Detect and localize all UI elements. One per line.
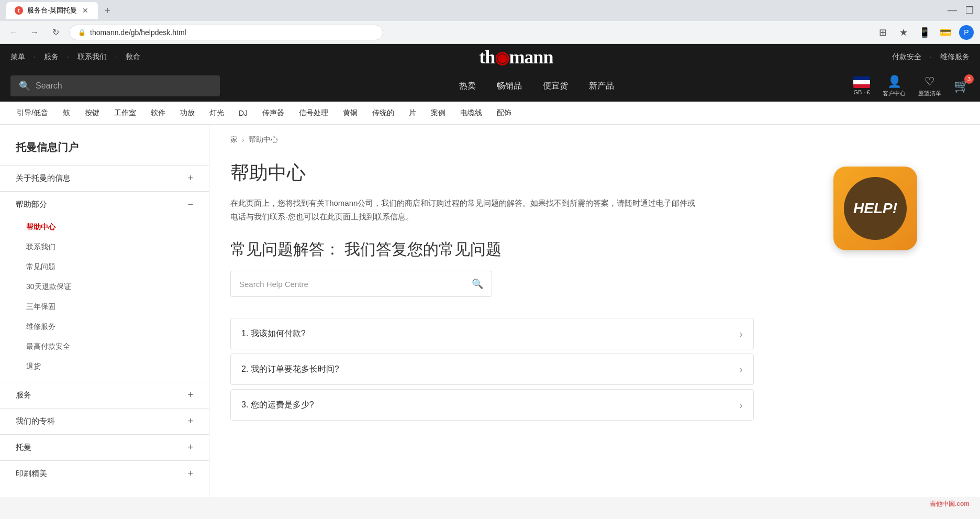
cat-microphones[interactable]: 传声器 [256, 102, 291, 124]
cat-brass[interactable]: 黄铜 [337, 102, 364, 124]
page-content-wrapper: 家 › 帮助中心 HELP! 帮助中心 在此页面上，您将找到有关Thomann公… [230, 135, 959, 421]
sidebar-item-contact[interactable]: 联系我们 [0, 237, 209, 257]
nav-menu[interactable]: 菜单 [10, 52, 25, 62]
back-button[interactable]: ← [6, 25, 21, 40]
nav-new-products[interactable]: 新产品 [589, 81, 614, 92]
sidebar-section-thomann-header[interactable]: 托曼 + [0, 435, 209, 460]
forward-button[interactable]: → [27, 25, 42, 40]
breadcrumb-current: 帮助中心 [249, 135, 278, 145]
faq-item-1[interactable]: 1. 我该如何付款? › [230, 318, 754, 349]
cat-studio[interactable]: 工作室 [108, 102, 142, 124]
cat-cables[interactable]: 电缆线 [454, 102, 488, 124]
language-selector[interactable]: GB · € [853, 76, 870, 95]
sidebar-section-print-header[interactable]: 印刷精美 + [0, 461, 209, 487]
nav-hot-sales[interactable]: 热卖 [459, 81, 476, 92]
sidebar-section-about-header[interactable]: 关于托曼的信息 + [0, 165, 209, 191]
plus-icon-print: + [187, 468, 193, 479]
nav-service[interactable]: 服务 [44, 52, 59, 62]
header-nav-links: 菜单 · 服务 · 联系我们 · 救命 [10, 52, 140, 62]
cat-lighting[interactable]: 灯光 [203, 102, 230, 124]
maximize-icon[interactable]: ❐ [965, 5, 974, 16]
faq-item-2[interactable]: 2. 我的订单要花多长时间? › [230, 354, 754, 385]
faq-text-3: 3. 您的运费是多少? [241, 400, 314, 411]
page-description: 在此页面上，您将找到有关Thomann公司，我们的商店和订购过程的常见问题的解答… [230, 196, 701, 223]
sidebar-item-3year[interactable]: 三年保固 [0, 297, 209, 317]
breadcrumb-home[interactable]: 家 [230, 135, 238, 145]
faq-question-1: 我该如何付款? [251, 329, 306, 338]
tab-close-button[interactable]: ✕ [81, 6, 90, 15]
sidebar-section-help-header[interactable]: 帮助部分 − [0, 192, 209, 217]
faq-question-3: 您的运费是多少? [251, 400, 314, 409]
wishlist-button[interactable]: ♡ 愿望清单 [918, 75, 941, 97]
cat-bass[interactable]: 引导/低音 [10, 102, 54, 124]
sidebar-item-faq[interactable]: 常见问题 [0, 257, 209, 277]
active-tab[interactable]: t 服务台-英国托曼 ✕ [6, 2, 98, 19]
sidebar-item-returns[interactable]: 退货 [0, 357, 209, 377]
cart-button[interactable]: 🛒 3 [954, 79, 970, 93]
nav-cheap[interactable]: 便宜货 [543, 81, 568, 92]
search-icon: 🔍 [19, 80, 30, 92]
faq-arrow-2: › [739, 363, 743, 376]
breadcrumb: 家 › 帮助中心 [230, 135, 959, 145]
cat-software[interactable]: 软件 [144, 102, 172, 124]
sidebar-section-about-label: 关于托曼的信息 [16, 173, 71, 183]
main-search-box[interactable]: 🔍 [10, 75, 220, 96]
help-search-input[interactable] [239, 280, 472, 289]
lock-icon: 🔒 [78, 29, 86, 36]
sidebar-section-print-label: 印刷精美 [16, 469, 47, 479]
cat-drums[interactable]: 鼓 [57, 102, 76, 124]
sidebar-section-thomann: 托曼 + [0, 434, 209, 460]
new-tab-button[interactable]: + [100, 5, 115, 17]
heart-icon: ♡ [925, 75, 935, 89]
cat-traditional[interactable]: 传统的 [366, 102, 400, 124]
sidebar-section-help: 帮助部分 − 帮助中心 联系我们 常见问题 30天退款保证 三年保固 维修服务 … [0, 191, 209, 382]
tab-title: 服务台-英国托曼 [27, 6, 77, 15]
help-search-button[interactable]: 🔍 [472, 278, 483, 290]
header-logo[interactable]: th◉mann [151, 46, 882, 68]
sidebar-item-helpcenter[interactable]: 帮助中心 [0, 217, 209, 237]
help-search-box[interactable]: 🔍 [230, 271, 492, 297]
nav-repair-service[interactable]: 维修服务 [940, 52, 970, 62]
main-content: 托曼信息门户 关于托曼的信息 + 帮助部分 − 帮助中心 联系我们 常见问题 3… [0, 125, 980, 497]
url-text: thomann.de/gb/helpdesk.html [90, 28, 186, 37]
refresh-button[interactable]: ↻ [48, 25, 63, 40]
cat-signal[interactable]: 信号处理 [293, 102, 335, 124]
site-header: 菜单 · 服务 · 联系我们 · 救命 th◉mann 付款安全 · 维修服务 … [0, 44, 980, 102]
sidebar-title: 托曼信息门户 [0, 135, 209, 165]
profile-button[interactable]: P [959, 25, 974, 40]
account-button[interactable]: 👤 客户中心 [883, 75, 906, 97]
faq-item-3[interactable]: 3. 您的运费是多少? › [230, 389, 754, 421]
help-app-text: HELP! [853, 200, 897, 217]
sidebar-item-payment-security[interactable]: 最高付款安全 [0, 337, 209, 357]
sidebar-section-thomann-label: 托曼 [16, 443, 31, 452]
cat-keys[interactable]: 按键 [79, 102, 106, 124]
address-input[interactable]: 🔒 thomann.de/gb/helpdesk.html [69, 25, 383, 40]
cat-amplifiers[interactable]: 功放 [174, 102, 201, 124]
plus-icon-about: + [187, 173, 193, 184]
nav-payment-security[interactable]: 付款安全 [892, 52, 921, 62]
sidebar-item-30day[interactable]: 30天退款保证 [0, 277, 209, 297]
minus-icon-help: − [187, 199, 193, 210]
wallet-icon[interactable]: 💳 [938, 25, 953, 40]
faq-number-2: 2. [241, 365, 248, 373]
translate-icon[interactable]: ⊞ [875, 25, 890, 40]
sidebar-section-specialties-header[interactable]: 我们的专科 + [0, 408, 209, 434]
search-input[interactable] [36, 81, 211, 91]
nav-help[interactable]: 救命 [126, 52, 140, 62]
cat-sheet[interactable]: 片 [403, 102, 422, 124]
browser-actions: ⊞ ★ 📱 💳 P [875, 25, 974, 40]
sidebar-section-service-header[interactable]: 服务 + [0, 382, 209, 408]
minimize-icon[interactable]: — [948, 5, 957, 16]
cat-dj[interactable]: DJ [232, 102, 254, 124]
sidebar-section-print: 印刷精美 + [0, 460, 209, 487]
phone-icon[interactable]: 📱 [917, 25, 932, 40]
cat-cases[interactable]: 案例 [425, 102, 452, 124]
nav-contact[interactable]: 联系我们 [77, 52, 107, 62]
help-app-image: HELP! [833, 167, 917, 250]
sidebar-item-repair[interactable]: 维修服务 [0, 317, 209, 337]
tab-favicon: t [15, 6, 23, 15]
bookmark-icon[interactable]: ★ [896, 25, 911, 40]
header-top: 菜单 · 服务 · 联系我们 · 救命 th◉mann 付款安全 · 维修服务 [10, 44, 970, 70]
cat-accessories[interactable]: 配饰 [491, 102, 518, 124]
nav-bestsellers[interactable]: 畅销品 [497, 81, 522, 92]
